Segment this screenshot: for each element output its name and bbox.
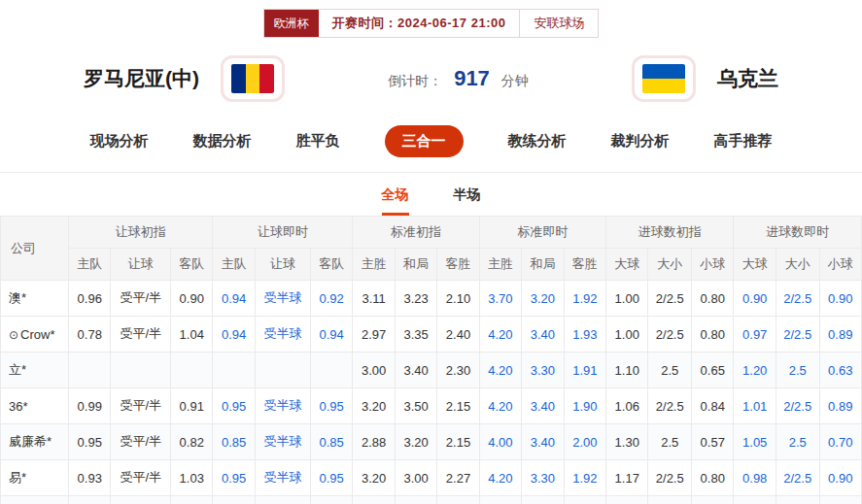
nav-tab-三合一[interactable]: 三合一 [385,125,464,157]
home-flag-frame [221,55,285,102]
table-row: 威廉希*0.95受平/半0.820.85受半球0.852.883.202.154… [1,424,862,460]
col-subheader-让球: 让球 [255,249,310,281]
table-row: 立*3.003.402.304.203.301.911.102.50.651.2… [1,353,862,388]
odds-cell [255,353,310,388]
odds-cell: 受平/半 [111,317,171,353]
away-flag-frame [632,55,696,102]
odds-cell: 2.5 [776,353,819,388]
nav-tab-数据分析[interactable]: 数据分析 [193,132,252,151]
col-group-进球数初指: 进球数初指 [606,217,734,249]
col-subheader-客队: 客队 [310,249,352,281]
odds-cell: 1.06 [606,388,648,424]
home-team-name: 罗马尼亚(中) [84,65,199,92]
countdown-unit: 分钟 [501,73,529,90]
odds-cell: 1.92 [564,460,605,496]
home-team: 罗马尼亚(中) [84,55,285,102]
odds-cell: 2/2.5 [776,496,819,504]
odds-cell: 3.40 [522,424,564,460]
odds-cell: 受平/半 [111,496,171,504]
company-cell[interactable]: 威廉希* [1,424,69,460]
nav-tab-高手推荐[interactable]: 高手推荐 [714,132,773,151]
company-name: 立* [9,362,26,377]
nav-tab-裁判分析[interactable]: 裁判分析 [611,132,670,151]
odds-cell: 3.40 [522,388,564,424]
company-cell[interactable]: 36* [1,388,69,424]
odds-cell: 2/2.5 [648,388,692,424]
odds-cell: 0.94 [213,317,255,353]
company-cell[interactable]: 澳* [1,281,69,317]
odds-cell: 0.93 [69,460,111,496]
odds-cell: 受平/半 [111,424,171,460]
countdown: 倒计时： 917 分钟 [388,66,529,91]
odds-cell: 4.20 [479,353,521,388]
odds-cell: 受平/半 [111,281,171,317]
table-row: 36*0.99受平/半0.910.95受半球0.953.203.502.154.… [1,388,862,424]
company-cell[interactable]: 伟* [1,496,69,504]
nav-tabs: 现场分析数据分析胜平负三合一教练分析裁判分析高手推荐 [0,125,862,173]
odds-cell: 2/2.5 [648,281,692,317]
col-subheader-小球: 小球 [692,249,734,281]
odds-cell: 4.20 [479,317,521,353]
odds-cell: 2.00 [564,424,605,460]
countdown-label: 倒计时： [388,73,442,90]
col-subheader-大小: 大小 [648,249,692,281]
odds-cell [69,353,111,388]
odds-cell: 0.80 [692,317,734,353]
focus-icon: ⊙ [9,328,18,342]
odds-cell: 0.93 [171,496,213,504]
company-name: 36* [9,399,28,414]
odds-cell: 受半球 [255,281,310,317]
match-info-bar: 欧洲杯 开赛时间：2024-06-17 21:00 安联球场 [0,9,862,38]
period-tab-全场[interactable]: 全场 [382,186,409,216]
period-tabs: 全场半场 [0,186,862,216]
odds-cell: 0.89 [819,317,862,353]
odds-cell: 1.00 [606,281,648,317]
odds-cell: 0.94 [310,317,352,353]
odds-cell: 2.10 [437,281,479,317]
odds-cell: 0.94 [213,281,255,317]
odds-cell: 2.97 [353,317,395,353]
nav-tab-胜平负[interactable]: 胜平负 [296,132,340,151]
col-subheader-大小: 大小 [776,249,819,281]
odds-cell: 3.10 [395,496,436,504]
odds-cell: 2.15 [437,388,479,424]
odds-cell: 3.00 [353,353,395,388]
odds-cell: 受半球 [255,424,310,460]
odds-cell: 0.92 [310,281,352,317]
odds-cell: 1.17 [606,460,648,496]
odds-cell: 2/2.5 [648,460,692,496]
nav-tab-教练分析[interactable]: 教练分析 [508,132,567,151]
odds-cell: 0.91 [213,496,255,504]
odds-table-head: 公司让球初指让球即时标准初指标准即时进球数初指进球数即时主队让球客队主队让球客队… [1,217,862,281]
col-group-标准初指: 标准初指 [353,217,479,249]
odds-cell: 受半球 [255,317,310,353]
odds-cell: 0.90 [310,496,352,504]
odds-cell: 1.03 [171,460,213,496]
odds-cell: 受半球 [255,388,310,424]
col-subheader-主胜: 主胜 [353,249,395,281]
odds-cell: 0.84 [692,388,734,424]
odds-cell: 2.5 [776,424,819,460]
league-badge: 欧洲杯 [264,10,319,37]
odds-cell: 3.20 [353,388,395,424]
company-cell[interactable]: ⊙Crow* [1,317,69,353]
odds-cell: 0.95 [310,388,352,424]
odds-cell: 0.80 [692,281,734,317]
odds-cell: 0.65 [692,353,734,388]
odds-cell [111,353,171,388]
odds-cell: 1.04 [171,317,213,353]
nav-tab-现场分析[interactable]: 现场分析 [90,132,149,151]
period-tab-半场[interactable]: 半场 [454,186,481,216]
col-subheader-大球: 大球 [606,249,648,281]
odds-cell: 0.78 [69,317,111,353]
odds-cell: 0.97 [734,317,776,353]
col-group-让球即时: 让球即时 [213,217,353,249]
odds-cell: 0.90 [734,281,776,317]
company-cell[interactable]: 立* [1,353,69,388]
odds-cell: 3.40 [395,353,436,388]
company-cell[interactable]: 易* [1,460,69,496]
match-info-box: 欧洲杯 开赛时间：2024-06-17 21:00 安联球场 [263,9,600,38]
odds-cell: 3.40 [522,317,564,353]
col-subheader-小球: 小球 [819,249,862,281]
odds-cell: 0.87 [819,496,862,504]
